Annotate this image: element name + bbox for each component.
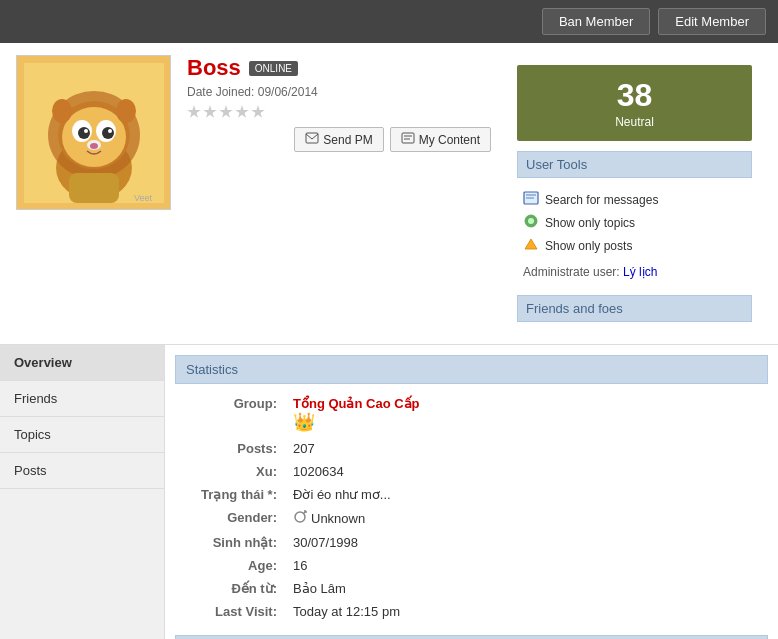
birthday-value: 30/07/1998 [285, 531, 768, 554]
page-wrapper: Ban Member Edit Member [0, 0, 778, 639]
show-topics-item[interactable]: Show only topics [517, 211, 752, 234]
gender-value: Unknown [285, 506, 768, 531]
show-posts-icon [523, 237, 539, 254]
join-date: Date Joined: 09/06/2014 [187, 85, 491, 99]
xu-value: 1020634 [285, 460, 768, 483]
send-pm-label: Send PM [323, 133, 372, 147]
table-row: Last Visit: Today at 12:15 pm [175, 600, 768, 623]
group-value: Tổng Quản Cao Cấp 👑 [285, 392, 768, 437]
show-posts-item[interactable]: Show only posts [517, 234, 752, 257]
svg-rect-18 [402, 133, 414, 143]
show-posts-label: Show only posts [545, 239, 632, 253]
search-messages-label: Search for messages [545, 193, 658, 207]
group-label: Group: [175, 392, 285, 437]
star-1 [187, 105, 201, 119]
statistics-header: Statistics [175, 355, 768, 384]
crown-icon: 👑 [293, 412, 315, 432]
search-messages-icon [523, 191, 539, 208]
stars [187, 105, 491, 119]
svg-point-11 [84, 129, 88, 133]
user-tools-section: User Tools Search for messages Show only… [517, 151, 752, 283]
gender-icon [293, 510, 307, 527]
online-badge: ONLINE [249, 61, 298, 76]
svg-rect-17 [306, 133, 318, 143]
posts-value: 207 [285, 437, 768, 460]
pm-icon [305, 132, 319, 147]
denfrom-value: Bảo Lâm [285, 577, 768, 600]
reputation-box: 38 Neutral [517, 65, 752, 141]
svg-point-25 [528, 218, 534, 224]
reputation-label: Neutral [615, 115, 654, 129]
sidebar-item-overview[interactable]: Overview [0, 345, 164, 381]
star-2 [203, 105, 217, 119]
star-4 [235, 105, 249, 119]
svg-point-14 [90, 143, 98, 149]
avatar: Veet [16, 55, 171, 210]
table-row: Đến từ: Bảo Lâm [175, 577, 768, 600]
username-line: Boss ONLINE [187, 55, 491, 81]
contact-header: Contact [175, 635, 768, 639]
age-label: Age: [175, 554, 285, 577]
admin-line: Administrate user: Lý lịch [517, 261, 752, 283]
star-5 [251, 105, 265, 119]
lastvisit-value: Today at 12:15 pm [285, 600, 768, 623]
svg-point-9 [78, 127, 90, 139]
action-buttons: Send PM My Content [187, 127, 491, 152]
svg-point-12 [108, 129, 112, 133]
birthday-label: Sinh nhật: [175, 531, 285, 554]
avatar-image: Veet [24, 63, 164, 203]
send-pm-button[interactable]: Send PM [294, 127, 383, 152]
xu-label: Xu: [175, 460, 285, 483]
svg-point-10 [102, 127, 114, 139]
my-content-label: My Content [419, 133, 480, 147]
table-row: Sinh nhật: 30/07/1998 [175, 531, 768, 554]
table-row: Xu: 1020634 [175, 460, 768, 483]
search-messages-item[interactable]: Search for messages [517, 188, 752, 211]
svg-point-5 [52, 99, 72, 123]
username: Boss [187, 55, 241, 81]
posts-label: Posts: [175, 437, 285, 460]
sidebar: Overview Friends Topics Posts [0, 345, 165, 639]
trangthai-label: Trạng thái *: [175, 483, 285, 506]
profile-header: Veet Boss ONLINE Date Joined: 09/06/2014 [0, 43, 778, 345]
trangthai-value: Đời éo như mơ... [285, 483, 768, 506]
user-tools-header: User Tools [517, 151, 752, 178]
sidebar-item-posts[interactable]: Posts [0, 453, 164, 489]
sidebar-item-friends[interactable]: Friends [0, 381, 164, 417]
content-area: Statistics Group: Tổng Quản Cao Cấp 👑 Po… [165, 345, 778, 639]
my-content-button[interactable]: My Content [390, 127, 491, 152]
table-row: Posts: 207 [175, 437, 768, 460]
combined-layout: Overview Friends Topics Posts Statistics… [0, 345, 778, 639]
svg-text:Veet: Veet [134, 193, 153, 203]
top-bar: Ban Member Edit Member [0, 0, 778, 43]
gender-unknown: Unknown [293, 510, 760, 527]
user-tools-list: Search for messages Show only topics Sho… [517, 184, 752, 261]
content-icon [401, 132, 415, 147]
table-row: Trạng thái *: Đời éo như mơ... [175, 483, 768, 506]
show-topics-icon [523, 214, 539, 231]
age-value: 16 [285, 554, 768, 577]
svg-marker-26 [525, 239, 537, 249]
admin-link[interactable]: Lý lịch [623, 265, 657, 279]
edit-member-button[interactable]: Edit Member [658, 8, 766, 35]
friends-foes-header: Friends and foes [517, 295, 752, 322]
contact-section: Contact Tin nhắn: Send an e-mail: [175, 635, 768, 639]
star-3 [219, 105, 233, 119]
reputation-number: 38 [529, 77, 740, 114]
table-row: Group: Tổng Quản Cao Cấp 👑 [175, 392, 768, 437]
table-row: Age: 16 [175, 554, 768, 577]
right-panel: 38 Neutral User Tools Search for message… [507, 55, 762, 332]
show-topics-label: Show only topics [545, 216, 635, 230]
svg-rect-15 [69, 173, 119, 203]
sidebar-item-topics[interactable]: Topics [0, 417, 164, 453]
statistics-table: Group: Tổng Quản Cao Cấp 👑 Posts: 207 Xu… [175, 392, 768, 623]
denfrom-label: Đến từ: [175, 577, 285, 600]
lastvisit-label: Last Visit: [175, 600, 285, 623]
admin-prefix: Administrate user: [523, 265, 620, 279]
svg-point-6 [116, 99, 136, 123]
table-row: Gender: Unknown [175, 506, 768, 531]
gender-label: Gender: [175, 506, 285, 531]
svg-point-4 [62, 107, 126, 167]
ban-member-button[interactable]: Ban Member [542, 8, 650, 35]
profile-info: Boss ONLINE Date Joined: 09/06/2014 Send… [187, 55, 491, 160]
